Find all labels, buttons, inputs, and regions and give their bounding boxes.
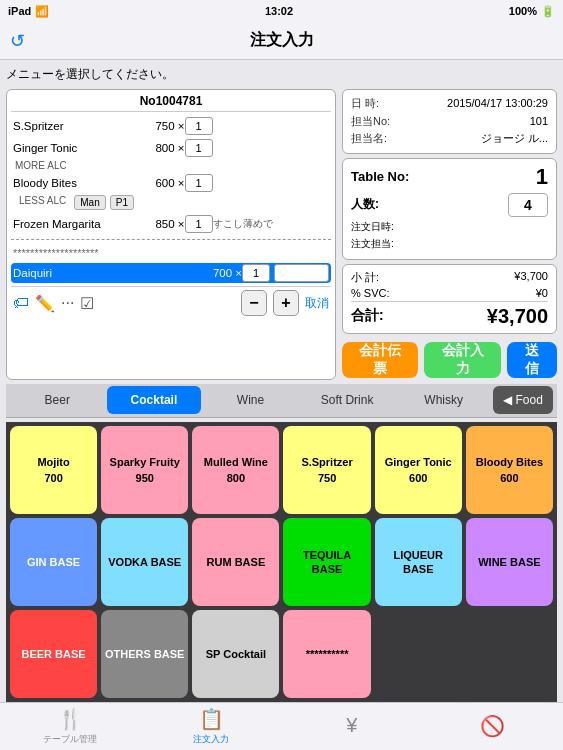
tab-whisky[interactable]: Whisky — [396, 386, 491, 414]
sub-labels: Man P1 — [70, 195, 134, 210]
svc-value: ¥0 — [536, 287, 548, 299]
menu-item-name: VODKA BASE — [108, 555, 181, 569]
menu-item-others-base[interactable]: OTHERS BASE — [101, 610, 188, 698]
menu-item-beer-base[interactable]: BEER BASE — [10, 610, 97, 698]
qty-input[interactable] — [185, 139, 213, 157]
menu-item-ginger-tonic[interactable]: Ginger Tonic 600 — [375, 426, 462, 514]
menu-item-price: 800 — [227, 471, 245, 485]
order-row[interactable]: S.Spritzer 750 × — [11, 116, 331, 136]
tab-food[interactable]: ◀ Food — [493, 386, 553, 414]
menu-item-name: Bloody Bites — [476, 455, 543, 469]
menu-prompt: メニューを選択してください。 — [6, 64, 557, 85]
refresh-button[interactable]: ↺ — [10, 30, 25, 52]
table-icon: 🍴 — [58, 707, 83, 731]
staff-name-label: 担当名: — [351, 130, 387, 148]
payment-icon: ¥ — [346, 714, 357, 737]
datetime-value: 2015/04/17 13:00:29 — [447, 95, 548, 113]
edit-icon[interactable]: ✏️ — [35, 294, 55, 313]
item-name: Daiquiri — [13, 267, 187, 279]
menu-item-gin-base[interactable]: GIN BASE — [10, 518, 97, 606]
menu-item-price: 950 — [136, 471, 154, 485]
qty-input[interactable] — [185, 174, 213, 192]
page-title: 注文入力 — [250, 30, 314, 51]
menu-grid: Mojito 700 Sparky Fruity 950 Mulled Wine… — [6, 422, 557, 702]
sub-label-p1: P1 — [110, 195, 134, 210]
subtotal-value: ¥3,700 — [514, 270, 548, 285]
order-icon: 📋 — [199, 707, 224, 731]
total-label: 合計: — [351, 307, 384, 325]
order-panel: No1004781 S.Spritzer 750 × Ginger Tonic … — [6, 89, 336, 380]
table-info-box: Table No: 1 人数: 注文日時: 注文担当: — [342, 158, 557, 260]
dots-icon[interactable]: ··· — [61, 294, 74, 312]
menu-item-stars[interactable]: ********** — [283, 610, 370, 698]
menu-item-name: RUM BASE — [207, 555, 266, 569]
order-number: No1004781 — [11, 94, 331, 112]
item-price: 700 × — [187, 267, 242, 279]
menu-item-name: LIQUEUR BASE — [378, 548, 459, 577]
bottom-tab-table[interactable]: 🍴 テーブル管理 — [0, 703, 141, 750]
menu-item-mulled-wine[interactable]: Mulled Wine 800 — [192, 426, 279, 514]
qty-input[interactable] — [242, 264, 270, 282]
menu-item-name: WINE BASE — [478, 555, 540, 569]
tag-icon[interactable]: 🏷 — [13, 294, 29, 312]
menu-item-name: OTHERS BASE — [105, 647, 184, 661]
order-row[interactable]: Bloody Bites 600 × — [11, 173, 331, 193]
bottom-tab-misc[interactable]: 🚫 — [422, 703, 563, 750]
sub-label-man: Man — [74, 195, 105, 210]
menu-item-liqueur-base[interactable]: LIQUEUR BASE — [375, 518, 462, 606]
subtotal-label: 小 計: — [351, 270, 379, 285]
menu-item-sparky[interactable]: Sparky Fruity 950 — [101, 426, 188, 514]
datetime-box: 日 時: 2015/04/17 13:00:29 担当No: 101 担当名: … — [342, 89, 557, 154]
upper-area: No1004781 S.Spritzer 750 × Ginger Tonic … — [6, 89, 557, 380]
order-row[interactable]: Ginger Tonic 800 × — [11, 138, 331, 158]
item-name: S.Spritzer — [13, 120, 130, 132]
note-input[interactable] — [274, 264, 329, 282]
persons-input[interactable] — [508, 193, 548, 217]
menu-item-price: 600 — [500, 471, 518, 485]
staff-no-label: 担当No: — [351, 113, 390, 131]
cancel-button[interactable]: 取消 — [305, 295, 329, 312]
menu-item-price: 600 — [409, 471, 427, 485]
order-staff-label: 注文担当: — [351, 237, 394, 251]
item-name: Ginger Tonic — [13, 142, 130, 154]
tab-beer[interactable]: Beer — [10, 386, 105, 414]
menu-item-bloody-bites[interactable]: Bloody Bites 600 — [466, 426, 553, 514]
item-price: 600 × — [130, 177, 185, 189]
menu-item-name: Mulled Wine — [204, 455, 268, 469]
order-row[interactable]: Frozen Margarita 850 × すこし薄めで — [11, 214, 331, 234]
battery-icon: 🔋 — [541, 5, 555, 18]
menu-item-name: Ginger Tonic — [385, 455, 452, 469]
menu-item-name: TEQUILA BASE — [286, 548, 367, 577]
battery-label: 100% — [509, 5, 537, 17]
menu-item-mojito[interactable]: Mojito 700 — [10, 426, 97, 514]
menu-item-rum-base[interactable]: RUM BASE — [192, 518, 279, 606]
menu-item-sp-cocktail[interactable]: SP Cocktail — [192, 610, 279, 698]
qty-input[interactable] — [185, 215, 213, 233]
calc-button[interactable]: 会計入力 — [424, 342, 500, 378]
table-no-value: 1 — [536, 164, 548, 190]
button-row: 会計伝票 会計入力 送信 — [342, 338, 557, 380]
tab-wine[interactable]: Wine — [203, 386, 298, 414]
order-row-selected[interactable]: Daiquiri 700 × — [11, 263, 331, 283]
tab-cocktail[interactable]: Cocktail — [107, 386, 202, 414]
menu-item-empty1 — [375, 610, 462, 698]
qty-input[interactable] — [185, 117, 213, 135]
receipt-button[interactable]: 会計伝票 — [342, 342, 418, 378]
menu-item-vodka-base[interactable]: VODKA BASE — [101, 518, 188, 606]
check-icon[interactable]: ☑ — [80, 294, 94, 313]
tab-softdrink[interactable]: Soft Drink — [300, 386, 395, 414]
send-button[interactable]: 送信 — [507, 342, 557, 378]
status-bar: iPad 📶 13:02 100% 🔋 — [0, 0, 563, 22]
minus-button[interactable]: − — [241, 290, 267, 316]
menu-item-wine-base[interactable]: WINE BASE — [466, 518, 553, 606]
bottom-tab-payment[interactable]: ¥ — [282, 703, 423, 750]
item-price: 800 × — [130, 142, 185, 154]
menu-item-sspritzer[interactable]: S.Spritzer 750 — [283, 426, 370, 514]
plus-button[interactable]: + — [273, 290, 299, 316]
menu-item-empty2 — [466, 610, 553, 698]
item-price: 850 × — [130, 218, 185, 230]
bottom-tab-order[interactable]: 📋 注文入力 — [141, 703, 282, 750]
datetime-label: 日 時: — [351, 95, 379, 113]
menu-item-tequila-base[interactable]: TEQUILA BASE — [283, 518, 370, 606]
menu-item-name: GIN BASE — [27, 555, 80, 569]
